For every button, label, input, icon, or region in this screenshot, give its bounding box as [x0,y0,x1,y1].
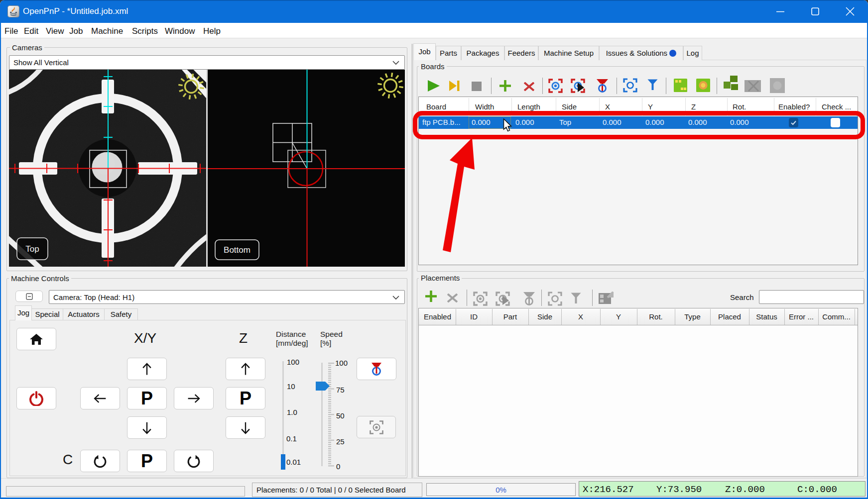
svg-text:Bottom: Bottom [224,245,250,255]
svg-text:Top: Top [25,244,39,254]
